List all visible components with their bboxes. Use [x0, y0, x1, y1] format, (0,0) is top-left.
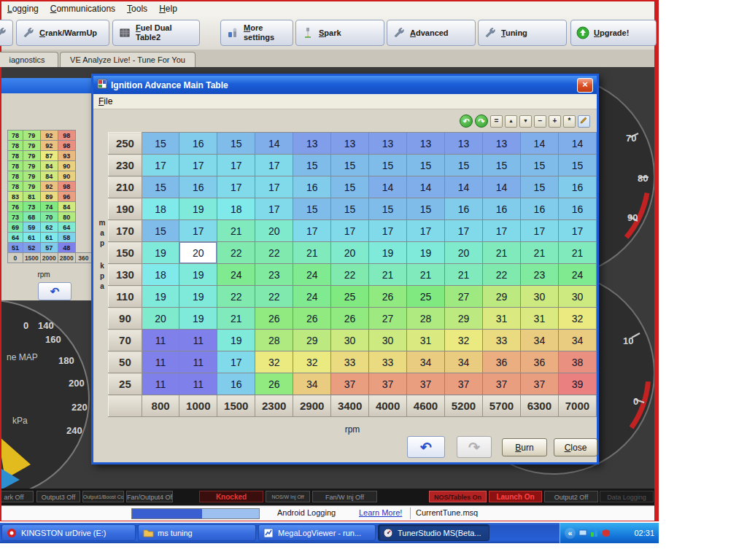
ignition-cell[interactable]: 26 [255, 308, 293, 330]
ignition-cell[interactable]: 15 [142, 133, 179, 155]
ignition-cell[interactable]: 15 [293, 198, 331, 220]
toolbar-button-crank-warmup[interactable]: Crank/WarmUp [16, 20, 109, 46]
ignition-cell[interactable]: 16 [558, 176, 596, 198]
taskbar-item-ms-tuning[interactable]: ms tuning [138, 524, 256, 541]
ignition-cell[interactable]: 19 [179, 308, 217, 330]
learn-more-link[interactable]: Learn More! [359, 508, 402, 517]
ignition-cell[interactable]: 15 [407, 155, 445, 176]
ignition-cell[interactable]: 26 [293, 308, 331, 330]
ignition-cell[interactable]: 15 [142, 176, 179, 198]
ignition-cell[interactable]: 13 [293, 133, 331, 155]
subtract-button[interactable]: − [534, 115, 546, 128]
ignition-cell[interactable]: 26 [369, 286, 407, 308]
ignition-cell[interactable]: 21 [558, 242, 596, 264]
ignition-cell[interactable]: 34 [520, 330, 558, 351]
toolbar-button-spark[interactable]: Spark [295, 20, 384, 46]
ignition-cell[interactable]: 37 [482, 373, 520, 395]
ignition-cell[interactable]: 19 [142, 286, 179, 308]
ignition-cell[interactable]: 11 [179, 373, 217, 395]
ignition-cell[interactable]: 15 [217, 133, 255, 155]
menu-tools[interactable]: Tools [127, 4, 147, 14]
ignition-cell[interactable]: 16 [293, 176, 331, 198]
tab-iagnostics[interactable]: iagnostics [0, 52, 58, 67]
ignition-cell[interactable]: 22 [331, 264, 369, 286]
ignition-cell[interactable]: 21 [369, 264, 407, 286]
tray-collapse-icon[interactable]: « [565, 528, 576, 539]
ignition-cell[interactable]: 18 [142, 198, 179, 220]
ignition-cell[interactable]: 36 [520, 351, 558, 373]
ignition-cell[interactable]: 32 [255, 351, 293, 373]
ignition-cell[interactable]: 22 [217, 286, 255, 308]
table-undo-icon[interactable]: ↶ [460, 114, 473, 128]
close-button[interactable]: Close [554, 438, 597, 456]
ignition-cell[interactable]: 20 [179, 242, 217, 264]
ignition-cell[interactable]: 25 [407, 286, 445, 308]
ignition-cell[interactable]: 20 [445, 242, 483, 264]
set-value-button[interactable]: = [490, 115, 503, 128]
ignition-cell[interactable]: 13 [445, 133, 483, 155]
ignition-cell[interactable]: 17 [407, 220, 445, 242]
ignition-cell[interactable]: 30 [331, 330, 369, 351]
dialog-menu-file[interactable]: File [98, 96, 112, 106]
tray-connection-icon[interactable] [590, 529, 599, 537]
add-button[interactable]: + [549, 115, 561, 128]
edit-button[interactable] [578, 115, 590, 128]
ignition-cell[interactable]: 17 [482, 220, 520, 242]
ignition-cell[interactable]: 24 [293, 286, 331, 308]
ignition-cell[interactable]: 21 [293, 242, 331, 264]
ignition-cell[interactable]: 37 [369, 373, 407, 395]
ignition-cell[interactable]: 17 [179, 220, 217, 242]
ignition-cell[interactable]: 14 [520, 133, 558, 155]
ignition-cell[interactable]: 15 [331, 155, 369, 176]
ignition-cell[interactable]: 33 [331, 351, 369, 373]
ignition-cell[interactable]: 24 [293, 264, 331, 286]
ignition-cell[interactable]: 31 [407, 330, 445, 351]
ignition-cell[interactable]: 17 [217, 176, 255, 198]
ignition-cell[interactable]: 16 [179, 133, 217, 155]
ignition-cell[interactable]: 15 [369, 155, 407, 176]
ignition-cell[interactable]: 13 [331, 133, 369, 155]
ignition-cell[interactable]: 15 [520, 176, 558, 198]
ignition-cell[interactable]: 33 [369, 351, 407, 373]
table-redo-icon[interactable]: ↷ [475, 114, 488, 128]
taskbar-item-kingston-urdrive-e[interactable]: KINGSTON urDrive (E:) [1, 524, 136, 541]
ignition-cell[interactable]: 31 [520, 308, 558, 330]
ignition-cell[interactable]: 17 [255, 155, 293, 176]
ignition-cell[interactable]: 39 [558, 373, 596, 395]
ignition-cell[interactable]: 34 [445, 351, 483, 373]
ignition-cell[interactable]: 34 [407, 351, 445, 373]
ignition-cell[interactable]: 15 [558, 155, 596, 176]
ignition-cell[interactable]: 14 [558, 133, 596, 155]
ignition-cell[interactable]: 22 [217, 242, 255, 264]
ignition-cell[interactable]: 30 [369, 330, 407, 351]
ignition-cell[interactable]: 14 [407, 176, 445, 198]
ignition-cell[interactable]: 26 [331, 308, 369, 330]
close-icon[interactable]: × [577, 78, 593, 93]
toolbar-button-upgrade[interactable]: Upgrade! [570, 20, 657, 46]
ignition-cell[interactable]: 25 [331, 286, 369, 308]
ignition-cell[interactable]: 23 [520, 264, 558, 286]
ignition-cell[interactable]: 21 [217, 308, 255, 330]
burn-button[interactable]: Burn [502, 438, 547, 456]
ignition-cell[interactable]: 19 [217, 330, 255, 351]
ignition-cell[interactable]: 14 [255, 133, 293, 155]
toolbar-button-advanced[interactable]: Advanced [387, 20, 476, 46]
ignition-cell[interactable]: 24 [558, 264, 596, 286]
ignition-cell[interactable]: 17 [520, 220, 558, 242]
toolbar-button-fuel-dual-table2[interactable]: Fuel DualTable2 [112, 20, 200, 46]
ignition-cell[interactable]: 19 [179, 286, 217, 308]
ignition-cell[interactable]: 15 [142, 220, 179, 242]
ignition-cell[interactable]: 38 [558, 351, 596, 373]
ignition-cell[interactable]: 15 [407, 198, 445, 220]
ignition-cell[interactable]: 29 [445, 308, 483, 330]
menu-logging[interactable]: Logging [7, 4, 39, 14]
ignition-cell[interactable]: 21 [445, 264, 483, 286]
ignition-cell[interactable]: 19 [179, 198, 217, 220]
ignition-cell[interactable]: 17 [445, 220, 483, 242]
ignition-cell[interactable]: 21 [520, 242, 558, 264]
ignition-cell[interactable]: 15 [520, 155, 558, 176]
ignition-cell[interactable]: 28 [407, 308, 445, 330]
ignition-cell[interactable]: 23 [255, 264, 293, 286]
ignition-cell[interactable]: 17 [142, 155, 179, 176]
tray-display-icon[interactable] [578, 529, 587, 537]
